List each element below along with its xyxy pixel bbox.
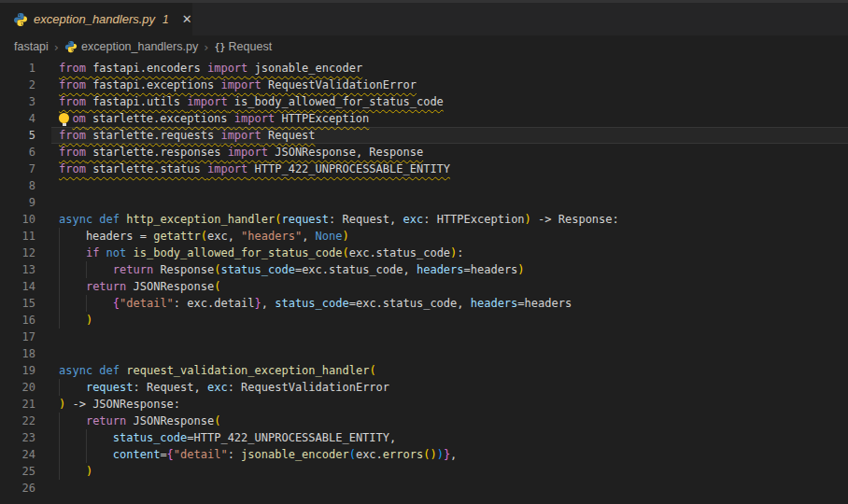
line-number: 26 <box>0 480 35 497</box>
line-number: 9 <box>0 194 35 211</box>
code-token: () <box>423 448 436 461</box>
code-token: import <box>207 162 247 175</box>
code-token: starlette.status <box>86 162 207 175</box>
code-line[interactable]: 6from starlette.responses import JSONRes… <box>0 144 848 161</box>
python-icon <box>13 12 28 27</box>
code-line[interactable]: 22 return JSONResponse( <box>0 413 848 429</box>
code-token: HTTPException <box>275 112 369 125</box>
code-line[interactable]: 10async def http_exception_handler(reque… <box>0 211 848 228</box>
code-token: from <box>59 146 86 159</box>
warning-squiggle: from fastapi.exceptions import RequestVa… <box>59 78 417 91</box>
line-number: 24 <box>0 446 35 463</box>
line-number: 13 <box>0 261 35 278</box>
lightbulb-icon[interactable] <box>59 113 69 123</box>
code-token: jsonable_encoder <box>241 448 349 461</box>
code-token: request <box>86 381 134 394</box>
code-line[interactable]: 24 content={"detail": jsonable_encoder(e… <box>0 446 848 463</box>
code-token: if <box>86 246 99 259</box>
code-line[interactable]: 1from fastapi.encoders import jsonable_e… <box>0 60 848 77</box>
code-line[interactable]: 11 headers = getattr(exc, "headers", Non… <box>0 228 848 245</box>
code-line[interactable]: 23 status_code=HTTP_422_UNPROCESSABLE_EN… <box>0 429 848 446</box>
breadcrumb-item-symbol[interactable]: {} Request <box>214 40 272 53</box>
code-line[interactable]: 18 <box>0 345 848 362</box>
line-number: 25 <box>0 463 35 480</box>
line-number: 15 <box>0 295 35 312</box>
code-token: http_exception_handler <box>126 213 275 226</box>
code-line[interactable]: 25 ) <box>0 463 848 480</box>
code-token: -> Response: <box>531 213 619 226</box>
code-line[interactable]: 7from starlette.status import HTTP_422_U… <box>0 161 848 177</box>
code-token: is_body_allowed_for_status_code <box>134 246 343 259</box>
code-token: : <box>457 246 463 259</box>
code-token: ( <box>214 414 220 427</box>
code-line[interactable]: 4om starlette.exceptions import HTTPExce… <box>0 110 848 127</box>
code-line[interactable]: 20 request: Request, exc: RequestValidat… <box>0 379 848 396</box>
line-number: 16 <box>0 312 35 329</box>
code-token: HTTP_422_UNPROCESSABLE_ENTITY <box>247 162 450 175</box>
code-line[interactable]: 14 return JSONResponse( <box>0 278 848 295</box>
code-line[interactable]: 16 ) <box>0 312 848 329</box>
code-line[interactable]: 3from fastapi.utils import is_body_allow… <box>0 93 848 110</box>
tab-exception-handlers[interactable]: exception_handlers.py 1 ✕ <box>0 3 193 35</box>
code-token: starlette.requests <box>86 129 221 142</box>
code-token: starlette.responses <box>86 146 228 159</box>
code-token: =exc.status_code, <box>349 297 471 310</box>
code-token: from <box>59 162 86 175</box>
indent-guide <box>59 379 60 396</box>
code-token <box>59 314 86 327</box>
chevron-right-icon: › <box>54 40 59 54</box>
code-token: ( <box>342 246 348 259</box>
code-token: errors <box>383 448 423 461</box>
line-number: 21 <box>0 396 35 413</box>
code-token: ) <box>342 230 348 243</box>
warning-squiggle: om starlette.exceptions import HTTPExcep… <box>59 112 369 125</box>
code-token: =exc.status_code, <box>295 263 417 276</box>
warning-squiggle: from starlette.status import HTTP_422_UN… <box>59 162 450 175</box>
code-line[interactable]: 21) -> JSONResponse: <box>0 396 848 413</box>
code-token: content <box>113 448 161 461</box>
code-line[interactable]: 12 if not is_body_allowed_for_status_cod… <box>0 245 848 261</box>
code-line[interactable]: 13 return Response(status_code=exc.statu… <box>0 261 848 278</box>
close-icon[interactable]: ✕ <box>182 13 192 25</box>
code-token: =headers <box>464 263 518 276</box>
indent-guide <box>59 245 60 261</box>
code-token: starlette.exceptions <box>86 112 234 125</box>
code-token: ( <box>349 448 356 461</box>
code-token <box>126 246 133 259</box>
code-line[interactable]: 26 <box>0 480 848 497</box>
code-token: : RequestValidationError <box>228 381 389 394</box>
code-line[interactable]: 17 <box>0 329 848 345</box>
line-number: 4 <box>0 110 35 127</box>
code-line[interactable]: 15 {"detail": exc.detail}, status_code=e… <box>0 295 848 312</box>
indent-guide <box>59 429 60 446</box>
code-line[interactable]: 5from starlette.requests import Request <box>0 127 848 144</box>
breadcrumb-item-fastapi[interactable]: fastapi <box>14 40 49 53</box>
code-token: , <box>450 448 457 461</box>
code-line[interactable]: 19async def request_validation_exception… <box>0 362 848 379</box>
indent-guide <box>59 413 60 429</box>
line-number: 10 <box>0 211 35 228</box>
tab-badge: 1 <box>163 13 169 26</box>
line-number: 23 <box>0 429 35 446</box>
code-token: ) <box>86 465 92 478</box>
warning-squiggle: from fastapi.utils import is_body_allowe… <box>59 95 444 108</box>
indent-guide <box>86 429 87 446</box>
warning-squiggle: from fastapi.encoders import jsonable_en… <box>59 62 362 75</box>
breadcrumb-item-file[interactable]: exception_handlers.py <box>64 40 198 53</box>
code-line[interactable]: 2from fastapi.exceptions import RequestV… <box>0 77 848 93</box>
code-line[interactable]: 8 <box>0 177 848 194</box>
code-token: fastapi.encoders <box>86 62 207 75</box>
code-token: import <box>187 95 227 108</box>
code-token: import <box>220 129 261 142</box>
code-token: : exc.detail <box>174 297 255 310</box>
indent-guide <box>86 446 87 463</box>
code-line[interactable]: 9 <box>0 194 848 211</box>
code-token: ( <box>214 280 220 293</box>
code-token: status_code <box>220 263 294 276</box>
line-number: 19 <box>0 362 35 379</box>
line-number: 8 <box>0 177 35 194</box>
code-token: headers = <box>59 230 153 243</box>
code-token: from <box>59 62 86 75</box>
editor-code[interactable]: 1from fastapi.encoders import jsonable_e… <box>0 58 848 497</box>
line-number: 12 <box>0 245 35 261</box>
